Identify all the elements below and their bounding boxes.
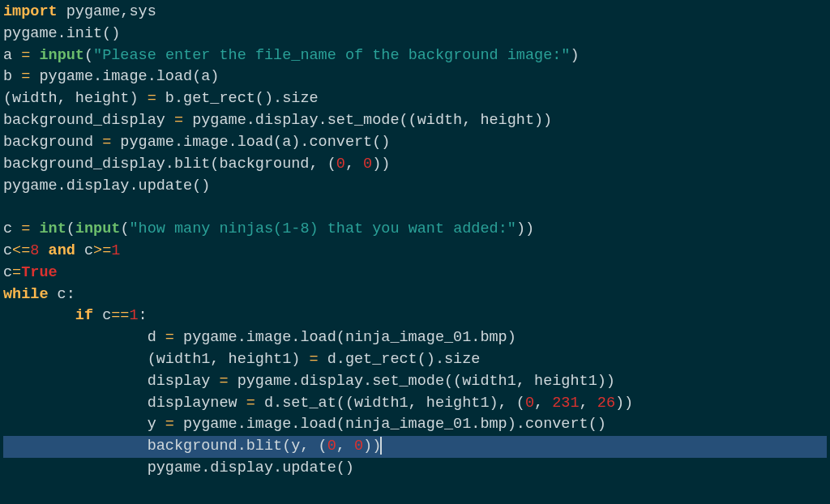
code-token: import (3, 3, 66, 20)
code-token: pygame.init() (3, 25, 120, 42)
code-token: = (12, 264, 21, 281)
code-token: c: (49, 286, 75, 303)
code-token: while (3, 286, 49, 303)
code-token (30, 47, 39, 64)
code-line[interactable]: pygame.init() (3, 23, 827, 45)
code-line[interactable]: pygame.display.update() (3, 458, 827, 480)
code-token: c (75, 242, 93, 259)
code-token (3, 307, 75, 324)
code-line[interactable] (3, 197, 827, 219)
code-token: 8 (30, 242, 39, 259)
text-cursor (380, 437, 382, 455)
code-token: y (3, 416, 165, 433)
code-token: 0 (336, 156, 345, 173)
code-line[interactable]: c = int(input("how many ninjas(1-8) that… (3, 219, 827, 241)
code-token: = (148, 90, 156, 107)
code-token: : (139, 307, 148, 324)
code-line[interactable]: (width, height) = b.get_rect().size (3, 88, 827, 110)
code-token: 0 (525, 395, 534, 412)
code-token: pygame.display.set_mode((width, height)) (183, 112, 552, 129)
code-token: input (75, 220, 121, 237)
code-token: c (3, 242, 12, 259)
code-line[interactable]: a = input("Please enter the file_name of… (3, 45, 827, 67)
code-editor[interactable]: import pygame,syspygame.init()a = input(… (0, 0, 830, 481)
code-line[interactable]: y = pygame.image.load(ninja_image_01.bmp… (3, 414, 827, 436)
code-token: = (174, 112, 183, 129)
code-token: background_display (3, 112, 174, 129)
code-line[interactable]: import pygame,sys (3, 2, 827, 23)
code-line[interactable]: pygame.display.update() (3, 176, 827, 198)
code-token: , (580, 395, 597, 412)
code-line[interactable]: c=True (3, 263, 827, 284)
code-token: "Please enter the file_name of the backg… (93, 47, 570, 64)
code-token: 1 (129, 307, 138, 324)
code-token: input (39, 47, 84, 64)
code-token: display (3, 373, 219, 390)
code-line[interactable]: displaynew = d.set_at((width1, height1),… (3, 393, 827, 415)
code-token: = (309, 351, 318, 368)
code-token: , (336, 438, 354, 455)
code-token: b (3, 68, 21, 85)
code-token: )) (363, 438, 381, 455)
code-token: = (21, 47, 30, 64)
code-token: ( (120, 220, 129, 237)
code-token (39, 242, 48, 259)
code-token: if (75, 307, 93, 324)
code-token: True (21, 264, 57, 281)
code-line[interactable]: d = pygame.image.load(ninja_image_01.bmp… (3, 327, 827, 349)
code-line[interactable]: background.blit(y, (0, 0)) (3, 436, 827, 458)
code-line[interactable]: background_display = pygame.display.set_… (3, 110, 827, 132)
code-token: = (165, 329, 174, 346)
code-token: 1 (111, 242, 120, 259)
code-token: d.get_rect().size (319, 351, 481, 368)
code-line[interactable]: if c==1: (3, 305, 827, 327)
code-token: c (3, 264, 12, 281)
code-token: background_display.blit(background, ( (3, 156, 336, 173)
code-line[interactable]: while c: (3, 284, 827, 306)
code-token: ( (66, 220, 75, 237)
code-token: ( (84, 47, 93, 64)
code-token: pygame.display.set_mode((width1, height1… (229, 373, 615, 390)
code-line[interactable]: c<=8 and c>=1 (3, 241, 827, 263)
code-token: , (534, 395, 552, 412)
code-token: displaynew (3, 395, 246, 412)
code-token: 26 (597, 395, 615, 412)
code-token: pygame.display.update() (3, 177, 210, 194)
code-token: >= (93, 242, 111, 259)
code-token: d.set_at((width1, height1), ( (255, 395, 525, 412)
code-token: and (49, 242, 75, 259)
code-token: 0 (327, 438, 336, 455)
code-token (30, 220, 39, 237)
code-token: = (21, 220, 30, 237)
code-token: b.get_rect().size (156, 90, 319, 107)
code-line[interactable]: background_display.blit(background, (0, … (3, 154, 827, 176)
code-line[interactable]: display = pygame.display.set_mode((width… (3, 371, 827, 393)
code-token: c (93, 307, 111, 324)
code-token: )) (615, 395, 633, 412)
code-line[interactable]: (width1, height1) = d.get_rect().size (3, 349, 827, 371)
code-token: 0 (363, 156, 372, 173)
code-line[interactable]: b = pygame.image.load(a) (3, 66, 827, 88)
code-token: = (21, 68, 30, 85)
code-token: pygame.display.update() (3, 459, 354, 476)
code-token: a (3, 47, 21, 64)
code-token: = (102, 134, 111, 151)
code-token: , (345, 156, 363, 173)
code-token: c (3, 220, 21, 237)
code-token: pygame.image.load(ninja_image_01.bmp) (174, 329, 516, 346)
code-token: )) (516, 220, 534, 237)
code-token: == (111, 307, 129, 324)
code-token: pygame.image.load(ninja_image_01.bmp).co… (174, 416, 606, 433)
code-token: background.blit(y, ( (3, 438, 327, 455)
code-token: int (39, 220, 66, 237)
code-token: = (219, 373, 228, 390)
code-token: "how many ninjas(1-8) that you want adde… (129, 220, 516, 237)
code-token: 0 (354, 438, 363, 455)
code-line[interactable]: background = pygame.image.load(a).conver… (3, 132, 827, 154)
code-token: background (3, 134, 102, 151)
code-token: = (246, 395, 255, 412)
code-token: pygame,sys (66, 3, 156, 20)
code-token: = (165, 416, 174, 433)
code-token: (width1, height1) (3, 351, 309, 368)
code-token: )) (372, 156, 390, 173)
